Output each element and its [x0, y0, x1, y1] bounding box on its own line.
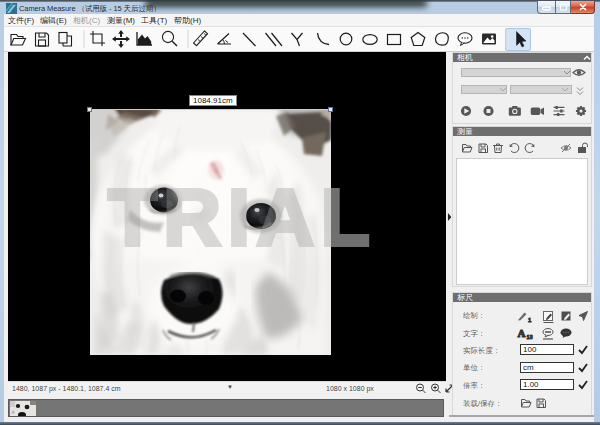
- svg-text:13: 13: [527, 334, 533, 340]
- svg-text:A: A: [518, 327, 526, 339]
- svg-text:1: 1: [528, 317, 532, 323]
